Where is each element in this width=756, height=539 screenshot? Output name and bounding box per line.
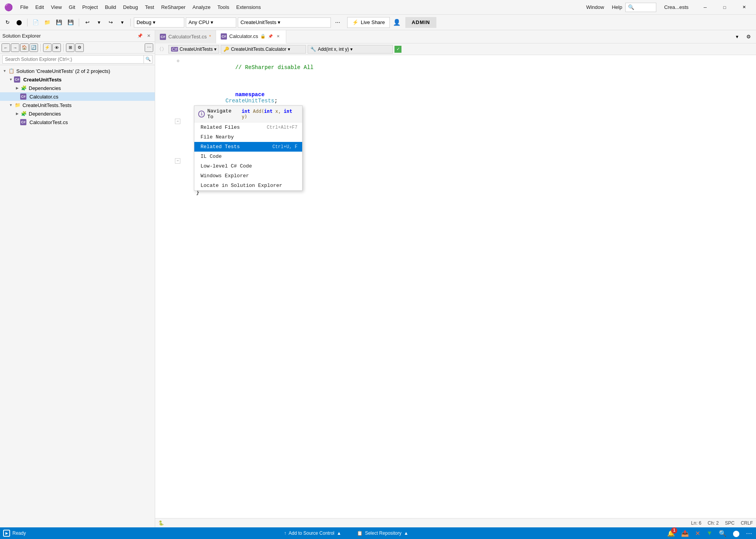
se-sync-btn[interactable]: 🔄 [29,43,38,52]
nav-project-dropdown[interactable]: C# CreateUnitTests ▾ [168,45,219,54]
toolbar-undo-btn[interactable]: ↩ [82,17,92,28]
title-search[interactable]: 🔍 [625,3,656,12]
menu-help[interactable]: Help [609,3,625,12]
nav-class-dropdown[interactable]: 🔑 CreateUnitTests.Calculator ▾ [221,45,306,54]
menu-analyze[interactable]: Analyze [189,3,213,12]
menu-debug[interactable]: Debug [120,3,141,12]
ctx-file-nearby[interactable]: File Nearby [194,132,302,142]
code-editor[interactable]: ◇ // ReSharper disable All [155,55,756,518]
ctx-header: i Navigate To int Add(int x, int y) [194,106,302,123]
live-share-label: Live Share [361,19,385,25]
toolbar-more-btn[interactable]: ⋯ [332,17,343,28]
debug-config-dropdown[interactable]: Debug ▾ [134,17,184,28]
se-search-input[interactable] [2,55,144,64]
toolbar-redo-btn[interactable]: ↪ [106,17,116,28]
repository-icon: 📋 [357,530,363,536]
line-gutter-1[interactable]: ◇ [175,58,182,63]
status-resharper-btn[interactable]: ✕ [694,529,701,538]
ctx-locate-solution[interactable]: Locate in Solution Explorer [194,181,302,190]
ctx-related-tests[interactable]: Related Tests Ctrl+U, F [194,142,302,152]
tree-item-solution[interactable]: ▼ 📋 Solution 'CreateUnitTests' (2 of 2 p… [0,67,155,75]
menu-build[interactable]: Build [102,3,119,12]
repository-btn[interactable]: 📋 Select Repository ▲ [354,530,412,537]
status-green-btn[interactable]: ▼ [706,529,713,537]
toolbar-open-btn[interactable]: 📁 [42,17,52,28]
maximize-button[interactable]: □ [716,1,734,14]
search-icon: 🔍 [628,4,634,10]
menu-file[interactable]: File [17,3,31,12]
se-sep2 [63,44,64,52]
tree-item-calculatorcs[interactable]: ▶ C# Calculator.cs [0,92,155,101]
toolbar-undo-dropdown[interactable]: ▾ [94,17,104,28]
status-upload-btn[interactable]: 📤 [680,529,690,538]
menu-window[interactable]: Window [583,3,607,12]
tree-item-dependencies2[interactable]: ▶ 🧩 Dependencies [0,109,155,118]
se-title-bar: Solution Explorer 📌 ✕ [0,30,155,42]
se-showall-btn[interactable]: 👁 [52,43,61,52]
minimize-button[interactable]: ─ [696,1,714,14]
tab-list-btn[interactable]: ▾ [732,31,742,42]
tab-calculator[interactable]: C# Calculator.cs 🔒 📌 ✕ [216,30,286,43]
tab-settings-btn[interactable]: ⚙ [744,31,754,42]
close-button[interactable]: ✕ [735,1,753,14]
toolbar-new-btn[interactable]: 📄 [31,17,41,28]
collapse-class-btn[interactable]: − [175,119,180,124]
status-more-btn[interactable]: ⋯ [745,529,753,538]
menu-project[interactable]: Project [79,3,101,12]
se-home-btn[interactable]: 🏠 [20,43,29,52]
se-pin-btn[interactable]: 📌 [136,32,144,40]
tree-item-createunittests[interactable]: ▼ C# CreateUnitTests [0,75,155,84]
ctx-lowlevel-code[interactable]: Low-level C# Code [194,161,302,171]
debug-config-arrow: ▾ [153,19,156,25]
se-settings-btn[interactable]: ⚙ [75,43,84,52]
toolbar-account-btn[interactable]: 👤 [391,17,402,28]
menu-tools[interactable]: Tools [215,3,232,12]
toolbar-redo-dropdown[interactable]: ▾ [117,17,127,28]
se-back-btn[interactable]: ← [2,43,10,52]
tree-item-calculatortestcs[interactable]: ▶ C# CalculatorTest.cs [0,118,155,126]
se-close-btn[interactable]: ✕ [145,32,152,40]
toolbar-saveall-btn[interactable]: 💾 [66,17,76,28]
toolbar-run-btn[interactable]: ↻ [2,17,12,28]
cpu-config-dropdown[interactable]: Any CPU ▾ [186,17,236,28]
calculator-tab-close[interactable]: ✕ [275,33,281,40]
se-collapse-btn[interactable]: ⊞ [66,43,74,52]
tree-item-dependencies1[interactable]: ▶ 🧩 Dependencies [0,84,155,92]
ctx-windows-explorer[interactable]: Windows Explorer [194,171,302,181]
menu-git[interactable]: Git [66,3,78,12]
menu-test[interactable]: Test [142,3,157,12]
calculatortest-tab-modified: * [209,34,211,40]
live-share-button[interactable]: ⚡ Live Share [347,17,390,28]
menu-resharper[interactable]: ReSharper [158,3,189,12]
se-forward-btn[interactable]: → [11,43,19,52]
se-search-button[interactable]: 🔍 [144,55,152,64]
nav-member-dropdown[interactable]: 🔧 Add(int x, int y) ▾ [308,45,393,54]
line-gutter-5[interactable]: − [175,119,182,124]
menu-extensions[interactable]: Extensions [233,3,264,12]
menu-view[interactable]: View [48,3,65,12]
status-search-btn[interactable]: 🔍 [718,529,727,538]
line-gutter-7[interactable]: − [175,158,182,164]
menu-edit[interactable]: Edit [32,3,47,12]
source-control-btn[interactable]: ↑ Add to Source Control ▲ [281,530,344,537]
collapse-method-btn[interactable]: − [175,158,180,164]
window-title: Crea...ests [658,4,695,10]
toolbar-stop-btn[interactable]: ⬤ [14,17,24,28]
kw-namespace: namespace [235,92,265,98]
ctx-il-code[interactable]: IL Code [194,152,302,161]
ctx-windows-explorer-label: Windows Explorer [201,173,249,179]
line-code-2 [182,77,748,83]
se-more-btn[interactable]: ⋯ [145,43,153,52]
status-circle-btn[interactable]: ⬤ [732,529,740,538]
tab-calculatortest[interactable]: C# CalculatorTest.cs * [155,30,216,43]
createunittests-icon: C# [14,76,20,83]
status-bar: ▶ Ready ↑ Add to Source Control ▲ 📋 Sele… [0,527,756,539]
ctx-header-label: Navigate To [207,108,239,120]
project-config-dropdown[interactable]: CreateUnitTests ▾ [238,17,331,28]
admin-button[interactable]: ADMIN [405,17,436,28]
ctx-related-files[interactable]: Related Files Ctrl+Alt+F7 [194,123,302,132]
se-filter-btn[interactable]: ⚡ [43,43,52,52]
context-menu: i Navigate To int Add(int x, int y) Rela… [194,105,303,191]
toolbar-save-btn[interactable]: 💾 [54,17,64,28]
tree-item-tests-project[interactable]: ▼ 📁 CreateUnitTests.Tests [0,101,155,109]
